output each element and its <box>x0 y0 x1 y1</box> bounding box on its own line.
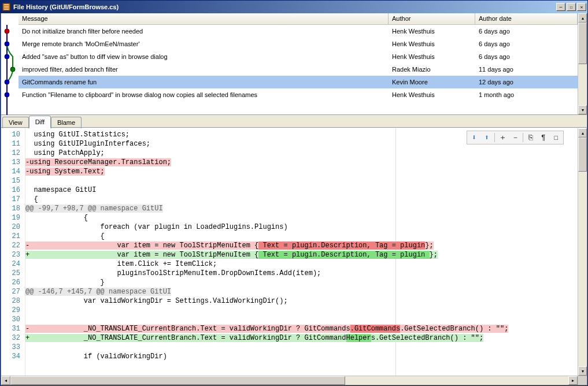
code-line: { <box>25 232 578 242</box>
code-line: -using ResourceManager.Translation; <box>25 158 578 168</box>
scroll-left-icon[interactable]: ◂ <box>1 376 10 385</box>
commit-date: 6 days ago <box>475 28 578 35</box>
code-line <box>25 343 578 352</box>
code-line: + _NO_TRANSLATE_CurrentBranch.Text = val… <box>25 334 578 343</box>
column-message[interactable]: Message <box>19 13 389 24</box>
commit-message: Merge remote branch 'MoOmEeN/master' <box>19 40 389 47</box>
commit-date: 6 days ago <box>475 53 578 60</box>
code-area[interactable]: ⬇⬆＋－⎘¶☐ using GitUI.Statistics; using Gi… <box>25 128 578 376</box>
tabstrip: ViewDiffBlame <box>1 115 587 128</box>
commit-author: Henk Westhuis <box>389 53 475 60</box>
commit-author: Henk Westhuis <box>389 91 475 98</box>
content-area: Message Author Author date Do not initia… <box>1 13 587 385</box>
commit-row[interactable]: Merge remote branch 'MoOmEeN/master'Henk… <box>19 38 578 50</box>
commit-message: Added "save as" button to diff view in b… <box>19 53 389 60</box>
svg-point-7 <box>5 92 9 97</box>
commit-list: Message Author Author date Do not initia… <box>19 13 578 114</box>
code-line: var validWorkingDir = Settings.ValidWork… <box>25 297 578 306</box>
commit-message: improved filter, added branch filter <box>19 66 389 73</box>
grid-header: Message Author Author date <box>19 13 578 25</box>
code-line: { <box>25 195 578 205</box>
prev-diff-icon[interactable]: ⬆ <box>480 132 493 143</box>
code-line: + var item = new ToolStripMenuItem { Tex… <box>25 251 578 260</box>
commit-row[interactable]: GitCommands rename funKevin Moore12 days… <box>19 76 578 88</box>
commit-row[interactable]: Added "save as" button to diff view in b… <box>19 50 578 63</box>
svg-point-6 <box>5 80 9 84</box>
diff-viewer: 1011121314151617181920212223242526272829… <box>1 128 587 376</box>
column-date[interactable]: Author date <box>475 13 578 24</box>
window-title: File History (GitUI/FormBrowse.cs) <box>13 3 556 10</box>
code-line: -using System.Text; <box>25 168 578 177</box>
scroll-up-icon[interactable]: ▴ <box>578 128 587 138</box>
minimize-button[interactable]: ─ <box>556 3 565 11</box>
commit-graph <box>1 13 19 114</box>
diff-hscroll[interactable]: ◂ ▸ <box>1 376 587 385</box>
svg-point-5 <box>10 67 15 72</box>
commit-author: Henk Westhuis <box>389 40 475 47</box>
code-line <box>25 177 578 186</box>
code-line: @@ -99,7 +98,7 @@ namespace GitUI <box>25 205 578 214</box>
commit-row[interactable]: Do not initialize branch filter before n… <box>19 25 578 38</box>
window-buttons: ─ ☐ ✕ <box>556 3 586 11</box>
diff-vscroll[interactable]: ▴ ▾ <box>578 128 587 376</box>
tab-diff[interactable]: Diff <box>29 116 51 128</box>
commit-message: GitCommands rename fun <box>19 79 389 86</box>
code-line <box>25 316 578 325</box>
code-line: foreach (var plugin in LoadedPlugins.Plu… <box>25 223 578 232</box>
tab-blame[interactable]: Blame <box>51 117 82 128</box>
code-line: item.Click += ItemClick; <box>25 260 578 269</box>
code-line: { <box>25 214 578 223</box>
commit-author: Henk Westhuis <box>389 28 475 35</box>
scroll-down-icon[interactable]: ▾ <box>578 366 587 376</box>
line-number-gutter: 1011121314151617181920212223242526272829… <box>1 128 25 376</box>
code-line: } <box>25 279 578 288</box>
commit-date: 1 month ago <box>475 91 578 98</box>
scroll-corner <box>578 376 587 385</box>
next-diff-icon[interactable]: ⬇ <box>468 132 480 143</box>
scroll-up-icon[interactable]: ▴ <box>578 13 587 23</box>
file-history-window: File History (GitUI/FormBrowse.cs) ─ ☐ ✕ <box>0 0 588 386</box>
grid-vscroll[interactable]: ▴ ▾ <box>578 13 587 114</box>
svg-point-4 <box>5 54 9 59</box>
app-icon <box>2 2 11 12</box>
svg-point-3 <box>5 42 9 46</box>
commit-row[interactable]: improved filter, added branch filterRade… <box>19 63 578 76</box>
commit-grid: Message Author Author date Do not initia… <box>1 13 587 115</box>
options-icon[interactable]: ☐ <box>550 132 563 143</box>
code-line: namespace GitUI <box>25 186 578 195</box>
diff-toolbar: ⬇⬆＋－⎘¶☐ <box>467 131 564 144</box>
scroll-down-icon[interactable]: ▾ <box>578 105 587 114</box>
commit-author: Kevin Moore <box>389 79 475 86</box>
copy-icon[interactable]: ⎘ <box>524 132 537 143</box>
code-line <box>25 306 578 316</box>
commit-date: 6 days ago <box>475 40 578 47</box>
code-line: @@ -146,7 +145,7 @@ namespace GitUI <box>25 288 578 297</box>
pilcrow-icon[interactable]: ¶ <box>537 132 550 143</box>
code-line: - var item = new ToolStripMenuItem { Tex… <box>25 242 578 251</box>
column-author[interactable]: Author <box>389 13 475 24</box>
code-line: - _NO_TRANSLATE_CurrentBranch.Text = val… <box>25 325 578 334</box>
zoom-out-icon[interactable]: － <box>509 132 522 143</box>
commit-date: 12 days ago <box>475 79 578 86</box>
code-line: using PatchApply; <box>25 149 578 158</box>
close-button[interactable]: ✕ <box>577 3 586 11</box>
scroll-right-icon[interactable]: ▸ <box>568 376 578 385</box>
tab-view[interactable]: View <box>2 117 29 128</box>
commit-row[interactable]: Function "Filename to clipboard" in brow… <box>19 88 578 101</box>
titlebar[interactable]: File History (GitUI/FormBrowse.cs) ─ ☐ ✕ <box>1 1 587 13</box>
code-line: if (validWorkingDir) <box>25 352 578 362</box>
commit-author: Radek Miazio <box>389 66 475 73</box>
code-line: pluginsToolStripMenuItem.DropDownItems.A… <box>25 269 578 279</box>
commit-message: Function "Filename to clipboard" in brow… <box>19 91 389 98</box>
svg-point-2 <box>5 29 9 34</box>
commit-message: Do not initialize branch filter before n… <box>19 28 389 35</box>
commit-date: 11 days ago <box>475 66 578 73</box>
zoom-in-icon[interactable]: ＋ <box>496 132 509 143</box>
maximize-button[interactable]: ☐ <box>567 3 576 11</box>
